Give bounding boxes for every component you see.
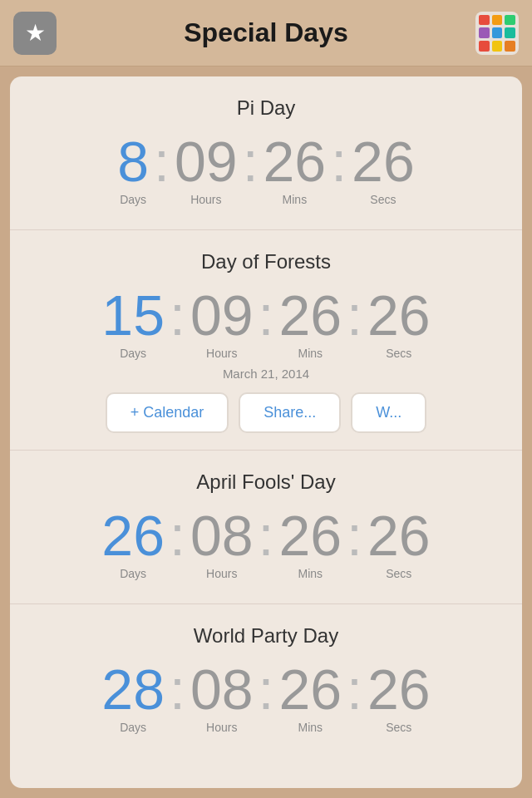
event-name-april-fools: April Fools' Day xyxy=(27,470,505,494)
grid-icon-button[interactable] xyxy=(475,12,519,55)
app-header: ★ Special Days xyxy=(0,0,532,66)
colon-3: : xyxy=(326,133,352,190)
secs-value: 26 xyxy=(352,133,415,190)
secs-label: Secs xyxy=(386,721,411,734)
mins-unit: 26 Mins xyxy=(278,507,342,580)
colon-1: : xyxy=(165,287,190,343)
star-button[interactable]: ★ xyxy=(13,12,57,55)
event-name-world-party: World Party Day xyxy=(27,624,505,648)
hours-unit: 09 Hours xyxy=(175,133,238,206)
event-card-april-fools: April Fools' Day 26 Days : 08 Hours : 26… xyxy=(10,451,522,604)
star-icon: ★ xyxy=(25,19,46,47)
days-label: Days xyxy=(120,721,146,734)
colon-3: : xyxy=(342,661,367,717)
hours-value: 08 xyxy=(190,661,254,717)
mins-value: 26 xyxy=(278,287,342,343)
hours-label: Hours xyxy=(206,347,237,360)
colon-1: : xyxy=(149,133,175,190)
app-title: Special Days xyxy=(57,17,475,48)
hours-unit: 08 Hours xyxy=(190,507,254,580)
days-unit: 28 Days xyxy=(101,661,165,734)
event-name-pi-day: Pi Day xyxy=(27,96,505,120)
event-card-pi-day: Pi Day 8 Days : 09 Hours : 26 Mins : 26 … xyxy=(10,76,522,230)
share-button[interactable]: Share... xyxy=(239,392,341,433)
colon-2: : xyxy=(254,507,279,564)
days-label: Days xyxy=(120,193,146,206)
days-value: 26 xyxy=(101,507,165,564)
mins-value: 26 xyxy=(264,133,327,190)
mins-unit: 26 Mins xyxy=(264,133,327,206)
hours-label: Hours xyxy=(206,567,237,580)
days-value: 8 xyxy=(117,133,149,190)
event-name-forests: Day of Forests xyxy=(27,250,505,273)
mins-label: Mins xyxy=(298,567,323,580)
main-content: Pi Day 8 Days : 09 Hours : 26 Mins : 26 … xyxy=(10,76,522,788)
days-label: Days xyxy=(120,567,146,580)
mins-label: Mins xyxy=(298,347,323,360)
hours-label: Hours xyxy=(190,193,221,206)
secs-unit: 26 Secs xyxy=(352,133,415,206)
days-unit: 26 Days xyxy=(101,507,165,580)
mins-value: 26 xyxy=(278,507,342,564)
secs-unit: 26 Secs xyxy=(367,661,431,734)
mins-value: 26 xyxy=(278,661,342,717)
hours-unit: 08 Hours xyxy=(190,661,254,734)
days-value: 28 xyxy=(101,661,165,717)
calendar-button[interactable]: + Calendar xyxy=(106,392,229,433)
hours-value: 08 xyxy=(190,507,254,564)
event-card-world-party: World Party Day 28 Days : 08 Hours : 26 … xyxy=(10,604,522,757)
colon-3: : xyxy=(342,287,367,343)
hours-label: Hours xyxy=(206,721,237,734)
colon-1: : xyxy=(165,661,190,717)
colon-2: : xyxy=(254,661,279,717)
secs-unit: 26 Secs xyxy=(367,287,431,360)
wiki-button[interactable]: W... xyxy=(351,392,426,433)
hours-value: 09 xyxy=(190,287,254,343)
secs-label: Secs xyxy=(386,567,411,580)
secs-value: 26 xyxy=(367,287,431,343)
mins-label: Mins xyxy=(283,193,308,206)
secs-value: 26 xyxy=(367,507,431,564)
colon-2: : xyxy=(238,133,264,190)
days-value: 15 xyxy=(101,287,165,343)
timer-world-party: 28 Days : 08 Hours : 26 Mins : 26 Secs xyxy=(27,661,505,734)
timer-pi-day: 8 Days : 09 Hours : 26 Mins : 26 Secs xyxy=(27,133,505,206)
secs-unit: 26 Secs xyxy=(367,507,431,580)
secs-label: Secs xyxy=(386,347,411,360)
event-date-forests: March 21, 2014 xyxy=(27,367,505,381)
hours-value: 09 xyxy=(175,133,238,190)
mins-label: Mins xyxy=(298,721,323,734)
days-unit: 15 Days xyxy=(101,287,165,360)
days-unit: 8 Days xyxy=(117,133,149,206)
secs-label: Secs xyxy=(370,193,396,206)
hours-unit: 09 Hours xyxy=(190,287,254,360)
colon-2: : xyxy=(254,287,279,343)
event-card-forests: Day of Forests 15 Days : 09 Hours : 26 M… xyxy=(10,230,522,451)
days-label: Days xyxy=(120,347,146,360)
colon-3: : xyxy=(342,507,367,564)
timer-forests: 15 Days : 09 Hours : 26 Mins : 26 Secs xyxy=(27,287,505,360)
mins-unit: 26 Mins xyxy=(278,287,342,360)
mins-unit: 26 Mins xyxy=(278,661,342,734)
colon-1: : xyxy=(165,507,190,564)
action-buttons-forests: + Calendar Share... W... xyxy=(27,392,505,433)
secs-value: 26 xyxy=(367,661,431,717)
timer-april-fools: 26 Days : 08 Hours : 26 Mins : 26 Secs xyxy=(27,507,505,580)
